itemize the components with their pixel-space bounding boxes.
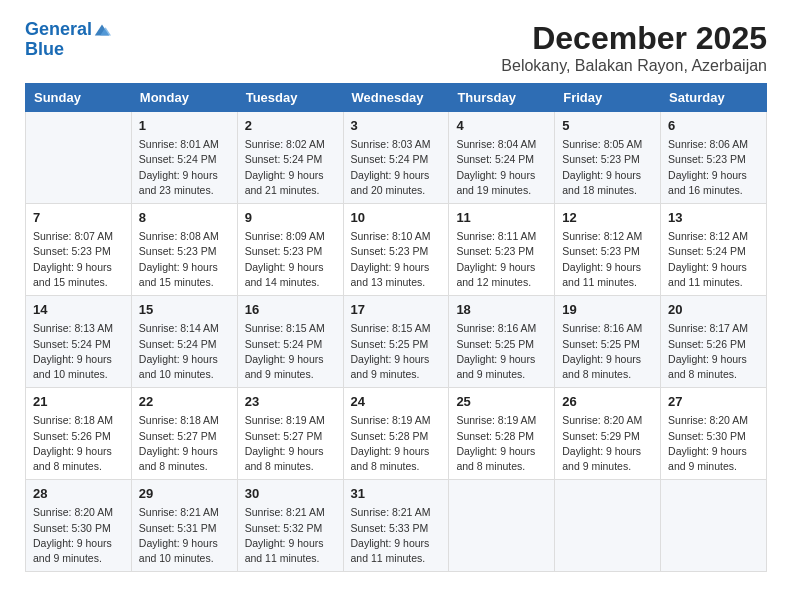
day-info: Sunrise: 8:20 AMSunset: 5:30 PMDaylight:… (668, 413, 759, 474)
calendar-cell: 2Sunrise: 8:02 AMSunset: 5:24 PMDaylight… (237, 112, 343, 204)
calendar-cell: 1Sunrise: 8:01 AMSunset: 5:24 PMDaylight… (131, 112, 237, 204)
day-info: Sunrise: 8:08 AMSunset: 5:23 PMDaylight:… (139, 229, 230, 290)
day-info: Sunrise: 8:21 AMSunset: 5:31 PMDaylight:… (139, 505, 230, 566)
day-info: Sunrise: 8:15 AMSunset: 5:25 PMDaylight:… (351, 321, 442, 382)
calendar-cell: 3Sunrise: 8:03 AMSunset: 5:24 PMDaylight… (343, 112, 449, 204)
day-number: 2 (245, 117, 336, 135)
day-number: 19 (562, 301, 653, 319)
day-info: Sunrise: 8:16 AMSunset: 5:25 PMDaylight:… (562, 321, 653, 382)
day-number: 17 (351, 301, 442, 319)
day-info: Sunrise: 8:18 AMSunset: 5:26 PMDaylight:… (33, 413, 124, 474)
header-day-thursday: Thursday (449, 84, 555, 112)
day-info: Sunrise: 8:19 AMSunset: 5:28 PMDaylight:… (456, 413, 547, 474)
day-number: 21 (33, 393, 124, 411)
calendar-week-5: 28Sunrise: 8:20 AMSunset: 5:30 PMDayligh… (26, 480, 767, 572)
day-number: 23 (245, 393, 336, 411)
day-info: Sunrise: 8:20 AMSunset: 5:29 PMDaylight:… (562, 413, 653, 474)
day-number: 25 (456, 393, 547, 411)
day-number: 12 (562, 209, 653, 227)
day-number: 30 (245, 485, 336, 503)
calendar-cell: 19Sunrise: 8:16 AMSunset: 5:25 PMDayligh… (555, 296, 661, 388)
calendar-cell: 31Sunrise: 8:21 AMSunset: 5:33 PMDayligh… (343, 480, 449, 572)
day-number: 27 (668, 393, 759, 411)
day-info: Sunrise: 8:14 AMSunset: 5:24 PMDaylight:… (139, 321, 230, 382)
calendar-cell: 17Sunrise: 8:15 AMSunset: 5:25 PMDayligh… (343, 296, 449, 388)
page-subtitle: Belokany, Balakan Rayon, Azerbaijan (501, 57, 767, 75)
day-number: 3 (351, 117, 442, 135)
day-info: Sunrise: 8:03 AMSunset: 5:24 PMDaylight:… (351, 137, 442, 198)
day-info: Sunrise: 8:04 AMSunset: 5:24 PMDaylight:… (456, 137, 547, 198)
page-title: December 2025 (501, 20, 767, 57)
day-info: Sunrise: 8:12 AMSunset: 5:23 PMDaylight:… (562, 229, 653, 290)
day-number: 14 (33, 301, 124, 319)
day-info: Sunrise: 8:05 AMSunset: 5:23 PMDaylight:… (562, 137, 653, 198)
day-info: Sunrise: 8:01 AMSunset: 5:24 PMDaylight:… (139, 137, 230, 198)
calendar-cell: 12Sunrise: 8:12 AMSunset: 5:23 PMDayligh… (555, 204, 661, 296)
day-info: Sunrise: 8:06 AMSunset: 5:23 PMDaylight:… (668, 137, 759, 198)
calendar-cell: 24Sunrise: 8:19 AMSunset: 5:28 PMDayligh… (343, 388, 449, 480)
title-block: December 2025 Belokany, Balakan Rayon, A… (501, 20, 767, 75)
day-number: 26 (562, 393, 653, 411)
calendar-cell: 25Sunrise: 8:19 AMSunset: 5:28 PMDayligh… (449, 388, 555, 480)
day-info: Sunrise: 8:15 AMSunset: 5:24 PMDaylight:… (245, 321, 336, 382)
calendar-table: SundayMondayTuesdayWednesdayThursdayFrid… (25, 83, 767, 572)
calendar-cell: 18Sunrise: 8:16 AMSunset: 5:25 PMDayligh… (449, 296, 555, 388)
day-number: 8 (139, 209, 230, 227)
day-info: Sunrise: 8:18 AMSunset: 5:27 PMDaylight:… (139, 413, 230, 474)
calendar-cell: 29Sunrise: 8:21 AMSunset: 5:31 PMDayligh… (131, 480, 237, 572)
day-info: Sunrise: 8:10 AMSunset: 5:23 PMDaylight:… (351, 229, 442, 290)
logo: General Blue (25, 20, 111, 60)
header-day-sunday: Sunday (26, 84, 132, 112)
day-number: 31 (351, 485, 442, 503)
day-number: 24 (351, 393, 442, 411)
day-number: 6 (668, 117, 759, 135)
header-day-monday: Monday (131, 84, 237, 112)
day-info: Sunrise: 8:07 AMSunset: 5:23 PMDaylight:… (33, 229, 124, 290)
day-number: 22 (139, 393, 230, 411)
day-number: 20 (668, 301, 759, 319)
calendar-cell: 6Sunrise: 8:06 AMSunset: 5:23 PMDaylight… (661, 112, 767, 204)
calendar-cell: 13Sunrise: 8:12 AMSunset: 5:24 PMDayligh… (661, 204, 767, 296)
calendar-week-2: 7Sunrise: 8:07 AMSunset: 5:23 PMDaylight… (26, 204, 767, 296)
day-info: Sunrise: 8:09 AMSunset: 5:23 PMDaylight:… (245, 229, 336, 290)
calendar-cell: 26Sunrise: 8:20 AMSunset: 5:29 PMDayligh… (555, 388, 661, 480)
logo-icon (93, 21, 111, 39)
calendar-week-1: 1Sunrise: 8:01 AMSunset: 5:24 PMDaylight… (26, 112, 767, 204)
calendar-cell: 7Sunrise: 8:07 AMSunset: 5:23 PMDaylight… (26, 204, 132, 296)
day-info: Sunrise: 8:13 AMSunset: 5:24 PMDaylight:… (33, 321, 124, 382)
calendar-body: 1Sunrise: 8:01 AMSunset: 5:24 PMDaylight… (26, 112, 767, 572)
day-info: Sunrise: 8:11 AMSunset: 5:23 PMDaylight:… (456, 229, 547, 290)
day-info: Sunrise: 8:12 AMSunset: 5:24 PMDaylight:… (668, 229, 759, 290)
calendar-cell: 15Sunrise: 8:14 AMSunset: 5:24 PMDayligh… (131, 296, 237, 388)
calendar-week-4: 21Sunrise: 8:18 AMSunset: 5:26 PMDayligh… (26, 388, 767, 480)
calendar-cell: 27Sunrise: 8:20 AMSunset: 5:30 PMDayligh… (661, 388, 767, 480)
header-day-friday: Friday (555, 84, 661, 112)
calendar-cell: 28Sunrise: 8:20 AMSunset: 5:30 PMDayligh… (26, 480, 132, 572)
calendar-cell: 9Sunrise: 8:09 AMSunset: 5:23 PMDaylight… (237, 204, 343, 296)
day-number: 5 (562, 117, 653, 135)
day-number: 28 (33, 485, 124, 503)
day-info: Sunrise: 8:20 AMSunset: 5:30 PMDaylight:… (33, 505, 124, 566)
day-info: Sunrise: 8:17 AMSunset: 5:26 PMDaylight:… (668, 321, 759, 382)
calendar-cell: 21Sunrise: 8:18 AMSunset: 5:26 PMDayligh… (26, 388, 132, 480)
day-info: Sunrise: 8:02 AMSunset: 5:24 PMDaylight:… (245, 137, 336, 198)
logo-blue: Blue (25, 40, 111, 60)
day-number: 13 (668, 209, 759, 227)
calendar-cell: 30Sunrise: 8:21 AMSunset: 5:32 PMDayligh… (237, 480, 343, 572)
calendar-cell (449, 480, 555, 572)
calendar-cell: 5Sunrise: 8:05 AMSunset: 5:23 PMDaylight… (555, 112, 661, 204)
calendar-cell (26, 112, 132, 204)
day-number: 10 (351, 209, 442, 227)
day-number: 1 (139, 117, 230, 135)
calendar-cell: 23Sunrise: 8:19 AMSunset: 5:27 PMDayligh… (237, 388, 343, 480)
calendar-week-3: 14Sunrise: 8:13 AMSunset: 5:24 PMDayligh… (26, 296, 767, 388)
day-number: 7 (33, 209, 124, 227)
day-number: 9 (245, 209, 336, 227)
logo-general: General (25, 20, 92, 40)
calendar-header: SundayMondayTuesdayWednesdayThursdayFrid… (26, 84, 767, 112)
day-info: Sunrise: 8:16 AMSunset: 5:25 PMDaylight:… (456, 321, 547, 382)
day-number: 15 (139, 301, 230, 319)
calendar-cell: 10Sunrise: 8:10 AMSunset: 5:23 PMDayligh… (343, 204, 449, 296)
day-number: 29 (139, 485, 230, 503)
calendar-cell: 14Sunrise: 8:13 AMSunset: 5:24 PMDayligh… (26, 296, 132, 388)
